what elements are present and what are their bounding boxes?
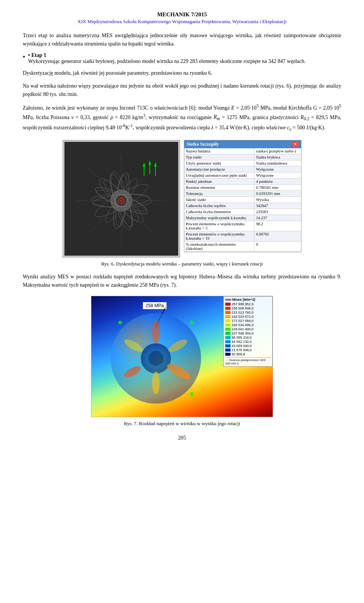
siatka-param-value: 0 [254,241,301,251]
siatka-table-row: Maksymalny współczynnik k.kształtu14.237 [184,215,301,221]
paragraph-2: Dyskretyzację modelu, jak również jej po… [23,69,341,77]
etap1-section: • • Etap 1 Wykorzystując generator siatk… [23,52,341,64]
siatka-param-name: % zniekształconych elementów (Jakobian) [184,241,254,251]
paragraph-1: Trzeci etap to analiza numeryczna MES uw… [23,31,341,48]
caption-7: Rys. 7. Rozkład naprężeń w wirniku w wyn… [23,420,341,427]
siatka-table-row: Typ siatkiSiatka bryłowa [184,154,301,160]
svg-point-26 [120,199,122,202]
siatka-param-value: 98.2 [254,221,301,231]
legend-value: 21 575 948,0 [232,348,252,352]
header-title: MECHANIK 7/2015 [23,11,341,18]
siatka-param-name: Rozmiar elementu [184,184,254,190]
paragraph-4: Założono, że wirnik jest wykonany ze sto… [23,103,341,133]
siatka-param-value: 4 punktów [254,178,301,184]
siatka-param-name: Automatyczne przełącze [184,166,254,172]
legend-value: 257 999 952,0 [232,302,254,306]
siatka-param-name: Maksymalny współczynnik k.kształtu [184,215,254,221]
siatka-param-value: 0.786581 mm [254,184,301,190]
siatka-dialog-header: Siatka Szczegóły ✕ [184,140,301,148]
siatka-table-row: Rozmiar elementu0.786581 mm [184,184,301,190]
legend-item: 215 013 760,0 [225,311,271,314]
etap1-text: Wykorzystując generator siatki bryłowej,… [28,58,306,64]
siatka-param-value: 0.00785 [254,231,301,241]
siatka-param-value: 0.0393291 mm [254,190,301,196]
siatka-param-name: Uwzględnij automatycznie pętle siatki [184,172,254,178]
legend-value: 82 858,8 [232,352,245,356]
siatka-dialog: Siatka Szczegóły ✕ Nazwa badaniasiatka-(… [184,140,301,252]
svg-point-39 [190,393,194,396]
page-number: 205 [23,435,341,441]
etap1-title: • Etap 1 [28,52,46,58]
siatka-param-name: Procent elementów o współczynniku k.kszt… [184,221,254,231]
legend-title: von Mises (N/m^2) [225,298,271,302]
legend-item: 193 520 672,0 [225,315,271,319]
legend-item: 257 999 952,0 [225,302,271,306]
siatka-details-table: Nazwa badaniasiatka-( przepływ turbo-)Ty… [184,148,301,252]
legend-value: 107 548 304,0 [232,331,254,335]
legend-value: 172 027 584,0 [232,319,254,323]
legend-value: 64 562 132,0 [232,340,252,344]
siatka-table-row: Uwzględnij automatycznie pętle siatkiWył… [184,172,301,178]
siatka-table-row: Całkowita liczba elementów229283 [184,209,301,215]
siatka-table-row: Jakość siatkiWysoka [184,196,301,203]
siatka-table-row: Procent elementów o współczynniku k.kszt… [184,231,301,241]
legend-value: 150 534 496,0 [232,323,254,327]
legend-item: 43 069 040,0 [225,344,271,348]
legend-value: 193 520 672,0 [232,315,254,319]
legend-item: 64 562 132,0 [225,340,271,344]
siatka-table-row: Punkty jakobian4 punktów [184,178,301,184]
siatka-param-name: Całkowita liczba elementów [184,209,254,215]
siatka-param-name: Jakość siatki [184,196,254,203]
legend-item: 150 534 496,0 [225,323,271,327]
siatka-table-row: Całkowita liczba węzłów342847 [184,203,301,209]
svg-point-32 [152,372,160,394]
svg-point-37 [118,321,122,325]
figure7-area: 258 MPa von Mises (N/m^2) 257 999 952,02… [23,296,341,417]
siatka-table-row: Nazwa badaniasiatka-( przepływ turbo-) [184,148,301,154]
siatka-table-row: Tolerancja0.0393291 mm [184,190,301,196]
siatka-param-name: Użyty generator siatki [184,160,254,166]
legend-item: 21 575 948,0 [225,348,271,352]
turbine-stress-image: 258 MPa von Mises (N/m^2) 257 999 952,02… [91,296,273,417]
svg-point-38 [190,321,194,325]
legend-item: 129 041 400,0 [225,327,271,331]
turbine-mesh-image [63,140,180,258]
header-subtitle: XIX Międzynarodowa Szkoła Komputerowego … [23,19,341,25]
siatka-param-value: Wyłączone [254,172,301,178]
legend-item: 82 858,8 [225,352,271,356]
legend-value: 86 055 216,0 [232,336,252,339]
siatka-param-value: Wyłączone [254,166,301,172]
siatka-param-name: Całkowita liczba węzłów [184,203,254,209]
siatka-table-row: % zniekształconych elementów (Jakobian)0 [184,241,301,251]
paragraph-3: Na wał wirnika nałożono więzy pozwalając… [23,82,341,98]
legend-value: 236 506 848,0 [232,306,254,310]
figure6-area: Siatka Szczegóły ✕ Nazwa badaniasiatka-(… [23,140,341,258]
legend-item: 172 027 584,0 [225,319,271,323]
caption-6: Rys. 6. Dyskredytacja modelu wirnika – p… [23,261,341,267]
legend-item: 86 055 216,0 [225,336,271,339]
svg-point-30 [148,351,163,366]
legend-footer: → Granica plastyczności: 829 500 032,0 [225,357,271,365]
siatka-close-button[interactable]: ✕ [292,141,299,147]
paragraph-5: Wyniki analizy MES w postaci rozkładu na… [23,273,341,289]
siatka-param-value: 342847 [254,203,301,209]
svg-point-35 [152,321,160,344]
bullet-icon: • [23,52,25,62]
legend-item: 236 506 848,0 [225,306,271,310]
siatka-table-row: Automatyczne przełączeWyłączone [184,166,301,172]
legend-value: 43 069 040,0 [232,344,252,348]
siatka-param-value: siatka-( przepływ turbo-) [254,148,301,154]
siatka-param-name: Typ siatki [184,154,254,160]
siatka-param-value: Siatka bryłowa [254,154,301,160]
siatka-dialog-title: Siatka Szczegóły [187,141,219,147]
legend-value: 129 041 400,0 [232,327,254,331]
siatka-param-value: 229283 [254,209,301,215]
legend-item: 107 548 304,0 [225,331,271,335]
siatka-param-value: Wysoka [254,196,301,203]
siatka-param-name: Nazwa badania [184,148,254,154]
siatka-table-row: Użyty generator siatkiSiatka standardowa [184,160,301,166]
legend-value: 215 013 760,0 [232,311,254,314]
siatka-param-value: 14.237 [254,215,301,221]
siatka-param-name: Procent elementów o współczynniku k.kszt… [184,231,254,241]
siatka-param-name: Punkty jakobian [184,178,254,184]
